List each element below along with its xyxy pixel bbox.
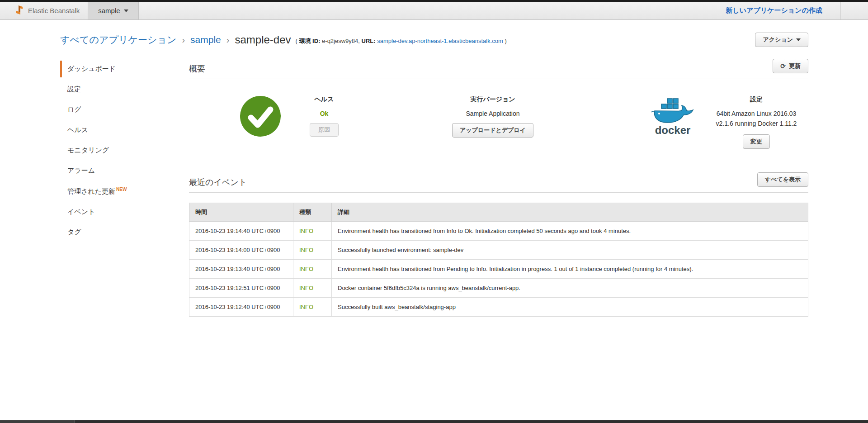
recent-events-title: 最近のイベント [189, 177, 247, 188]
event-type: INFO [293, 260, 332, 279]
running-version-title: 実行バージョン [452, 95, 533, 104]
refresh-button[interactable]: ⟳ 更新 [773, 59, 808, 73]
sidebar-item-label: ログ [67, 105, 81, 113]
table-row: 2016-10-23 19:12:40 UTC+0900 INFO Succes… [189, 298, 808, 317]
health-column: ヘルス Ok 原因 [240, 95, 354, 139]
running-version-column: 実行バージョン Sample Application アップロードとデプロイ [452, 95, 533, 138]
actions-button-label: アクション [763, 36, 793, 44]
sidebar-item-label: ダッシュボード [67, 65, 116, 72]
paren-open: ( [296, 38, 297, 44]
overview-columns: ヘルス Ok 原因 実行バージョン Sample Application アップ… [189, 79, 808, 153]
environment-meta: ( 環境 ID: e-q2jesw9y84, URL: sample-dev.a… [296, 37, 507, 45]
bottom-strip-segment [0, 420, 75, 423]
breadcrumb: すべてのアプリケーション › sample › sample-dev ( 環境 … [60, 33, 808, 47]
table-row: 2016-10-23 19:13:40 UTC+0900 INFO Enviro… [189, 260, 808, 279]
platform-line-1: 64bit Amazon Linux 2016.03 [709, 109, 804, 119]
event-detail: Docker container 5f6dfb5c324a is running… [332, 279, 808, 298]
url-label: URL: [362, 38, 376, 44]
table-row: 2016-10-23 19:12:51 UTC+0900 INFO Docker… [189, 279, 808, 298]
sidebar-item-configuration[interactable]: 設定 [60, 81, 189, 98]
column-header-time[interactable]: 時間 [189, 203, 293, 222]
configuration-column: docker 設定 64bit Amazon Linux 2016.03 v2.… [650, 95, 804, 149]
brand-label: Elastic Beanstalk [28, 7, 80, 14]
main-content: 概要 ⟳ 更新 ヘルス Ok [189, 59, 808, 317]
sidebar-item-label: アラーム [67, 166, 95, 174]
application-tab-label: sample [98, 7, 120, 14]
svg-text:docker: docker [655, 124, 691, 136]
running-version-value: Sample Application [452, 110, 533, 117]
event-type: INFO [293, 298, 332, 317]
sidebar: ダッシュボード 設定 ログ ヘルス モニタリング アラーム 管理された更新NEW… [60, 59, 189, 317]
sidebar-item-dashboard[interactable]: ダッシュボード [60, 61, 189, 77]
event-time: 2016-10-23 19:12:51 UTC+0900 [189, 279, 293, 298]
sidebar-item-events[interactable]: イベント [60, 204, 189, 220]
env-id-label: 環境 ID: [299, 38, 321, 44]
configuration-title: 設定 [709, 95, 804, 104]
overview-title: 概要 [189, 63, 205, 74]
health-title: ヘルス [295, 95, 354, 104]
event-detail: Successfully launched environment: sampl… [332, 241, 808, 260]
env-id-value: e-q2jesw9y84, [322, 38, 360, 44]
sidebar-item-monitoring[interactable]: モニタリング [60, 142, 189, 159]
event-type: INFO [293, 279, 332, 298]
environment-url-link[interactable]: sample-dev.ap-northeast-1.elasticbeansta… [377, 38, 503, 44]
actions-button[interactable]: アクション [755, 33, 808, 47]
docker-logo-icon: docker [650, 97, 695, 139]
bottom-strip [0, 420, 868, 423]
sidebar-item-logs[interactable]: ログ [60, 101, 189, 118]
recent-events-header: 最近のイベント すべてを表示 [189, 172, 808, 193]
breadcrumb-separator: › [182, 35, 185, 45]
health-status: Ok [295, 110, 354, 117]
sidebar-item-label: モニタリング [67, 146, 109, 154]
navbar-divider [840, 2, 841, 19]
breadcrumb-all-applications[interactable]: すべてのアプリケーション [60, 33, 176, 46]
sidebar-item-managed-updates[interactable]: 管理された更新NEW [60, 183, 189, 200]
sidebar-item-tags[interactable]: タグ [60, 224, 189, 241]
event-time: 2016-10-23 19:14:40 UTC+0900 [189, 222, 293, 241]
application-tab-dropdown[interactable]: sample [88, 2, 138, 19]
refresh-icon: ⟳ [780, 63, 786, 69]
breadcrumb-environment: sample-dev [235, 33, 291, 46]
event-detail: Environment health has transitioned from… [332, 260, 808, 279]
page-body: すべてのアプリケーション › sample › sample-dev ( 環境 … [0, 33, 868, 317]
column-header-detail[interactable]: 詳細 [332, 203, 808, 222]
breadcrumb-application[interactable]: sample [190, 34, 221, 45]
sidebar-item-alarms[interactable]: アラーム [60, 162, 189, 179]
event-type: INFO [293, 222, 332, 241]
event-time: 2016-10-23 19:12:40 UTC+0900 [189, 298, 293, 317]
events-table-header-row: 時間 種類 詳細 [189, 203, 808, 222]
sidebar-item-label: ヘルス [67, 126, 88, 133]
change-button[interactable]: 変更 [743, 134, 770, 149]
beanstalk-logo-icon [15, 5, 24, 17]
column-header-type[interactable]: 種類 [293, 203, 332, 222]
recent-events-section: 最近のイベント すべてを表示 時間 種類 詳細 2016-10-23 19:14… [189, 172, 808, 317]
navbar-right: 新しいアプリケーションの作成 [726, 2, 868, 19]
overview-header: 概要 ⟳ 更新 [189, 59, 808, 79]
causes-button[interactable]: 原因 [310, 123, 339, 137]
create-application-link[interactable]: 新しいアプリケーションの作成 [726, 6, 822, 15]
app-navbar: Elastic Beanstalk sample 新しいアプリケーションの作成 [0, 2, 868, 20]
chevron-down-icon [124, 10, 128, 12]
sidebar-item-health[interactable]: ヘルス [60, 122, 189, 138]
event-detail: Successfully built aws_beanstalk/staging… [332, 298, 808, 317]
paren-close: ) [505, 38, 507, 44]
chevron-down-icon [796, 38, 801, 41]
upload-deploy-button[interactable]: アップロードとデプロイ [452, 123, 533, 138]
refresh-button-label: 更新 [789, 62, 801, 70]
table-row: 2016-10-23 19:14:00 UTC+0900 INFO Succes… [189, 241, 808, 260]
brand[interactable]: Elastic Beanstalk [0, 2, 88, 19]
event-detail: Environment health has transitioned from… [332, 222, 808, 241]
sidebar-item-label: 管理された更新 [67, 187, 115, 195]
events-table: 時間 種類 詳細 2016-10-23 19:14:40 UTC+0900 IN… [189, 203, 808, 317]
platform-line-2: v2.1.6 running Docker 1.11.2 [709, 119, 804, 129]
table-row: 2016-10-23 19:14:40 UTC+0900 INFO Enviro… [189, 222, 808, 241]
breadcrumb-separator: › [226, 35, 230, 45]
configuration-platform: 64bit Amazon Linux 2016.03 v2.1.6 runnin… [709, 109, 804, 128]
event-time: 2016-10-23 19:14:00 UTC+0900 [189, 241, 293, 260]
event-time: 2016-10-23 19:13:40 UTC+0900 [189, 260, 293, 279]
show-all-button[interactable]: すべてを表示 [757, 172, 808, 187]
event-type: INFO [293, 241, 332, 260]
sidebar-item-label: イベント [67, 208, 95, 215]
sidebar-item-label: 設定 [67, 85, 81, 93]
health-ok-icon [240, 95, 281, 139]
